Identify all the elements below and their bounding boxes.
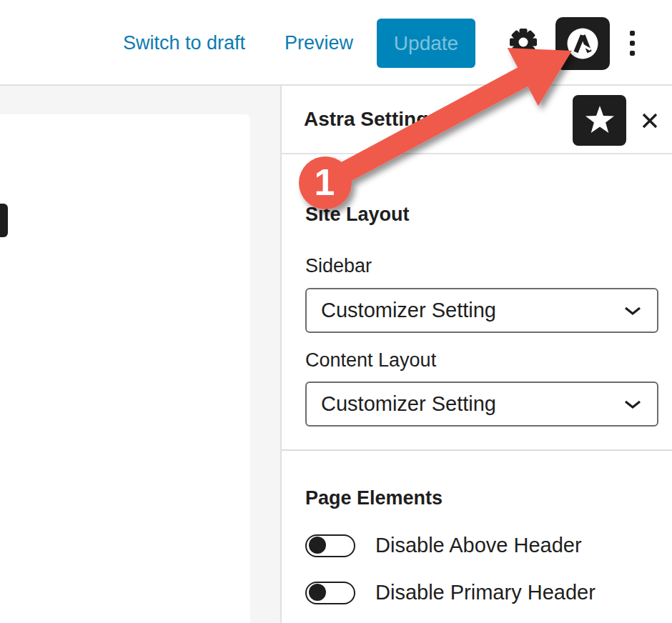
toggle-row: Disable Primary Header xyxy=(305,581,596,604)
sidebar-select-value: Customizer Setting xyxy=(321,299,496,322)
switch-to-draft-button[interactable]: Switch to draft xyxy=(123,0,245,86)
section-heading-site-layout: Site Layout xyxy=(305,204,410,226)
astra-logo-icon xyxy=(566,27,599,60)
toggle-knob xyxy=(309,537,326,554)
toggle-knob xyxy=(309,584,326,601)
sidebar-field-label: Sidebar xyxy=(305,255,372,277)
toggle-row: Disable Above Header xyxy=(305,534,582,557)
close-panel-button[interactable] xyxy=(633,104,666,137)
astra-settings-toolbar-button[interactable] xyxy=(555,17,610,70)
content-layout-field-label: Content Layout xyxy=(305,349,436,372)
gear-icon xyxy=(508,27,538,57)
kebab-menu-icon[interactable] xyxy=(621,0,643,86)
editor-toolbar: Switch to draft Preview Update xyxy=(0,0,672,86)
chevron-down-icon xyxy=(623,304,643,317)
settings-gear-button[interactable] xyxy=(508,27,538,57)
update-button[interactable]: Update xyxy=(377,19,475,68)
panel-header: Astra Settings xyxy=(282,86,672,154)
disable-above-header-toggle[interactable] xyxy=(305,534,355,557)
content-layout-select-value: Customizer Setting xyxy=(321,392,496,416)
chevron-down-icon xyxy=(623,398,643,411)
close-icon xyxy=(638,109,661,132)
disable-primary-header-label: Disable Primary Header xyxy=(375,581,596,604)
cropped-black-popover-edge xyxy=(0,204,8,237)
wordpress-editor-screen: Switch to draft Preview Update xyxy=(0,0,672,623)
editor-background xyxy=(0,86,280,623)
disable-above-header-label: Disable Above Header xyxy=(375,534,582,557)
preview-button[interactable]: Preview xyxy=(285,0,353,86)
section-divider xyxy=(282,449,672,451)
sidebar-select[interactable]: Customizer Setting xyxy=(305,288,658,333)
section-heading-page-elements: Page Elements xyxy=(305,487,443,509)
pin-favorite-button[interactable] xyxy=(573,95,626,146)
content-layout-select[interactable]: Customizer Setting xyxy=(305,382,658,427)
page-canvas xyxy=(0,114,250,623)
astra-settings-panel: Astra Settings Site Layout Sidebar Custo… xyxy=(280,86,672,623)
star-icon xyxy=(583,104,616,137)
disable-primary-header-toggle[interactable] xyxy=(305,582,355,604)
panel-title: Astra Settings xyxy=(304,86,440,153)
